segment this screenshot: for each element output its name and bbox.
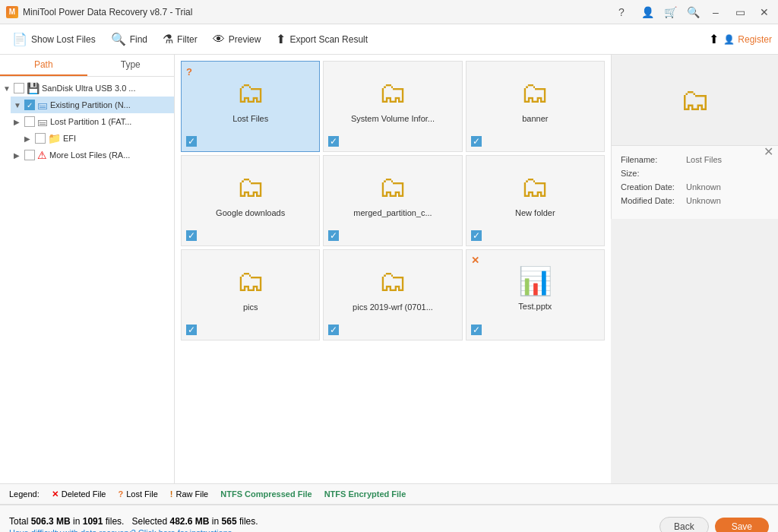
file-card-4[interactable]: 🗂 Google downloads ✓	[181, 155, 320, 246]
card-icon-area-5: 🗂	[378, 171, 407, 204]
main-content: Path Type ▼ 💾 SanDisk Ultra USB 3.0 ... …	[0, 55, 778, 483]
file-card-3[interactable]: 🗂 banner ✓	[466, 61, 605, 152]
export-icon: ⬆	[276, 32, 286, 46]
file-card-5[interactable]: 🗂 merged_partition_c... ✓	[323, 155, 462, 246]
card-icon-area-6: 🗂	[520, 171, 549, 204]
check-overlay-2[interactable]: ✓	[328, 136, 339, 147]
toolbar-left: 📄 Show Lost Files 🔍 Find ⚗ Filter 👁 Prev…	[6, 29, 374, 49]
close-preview-button[interactable]: ✕	[764, 144, 773, 159]
app-icon: M	[6, 6, 18, 18]
maximize-button[interactable]: ▭	[732, 5, 748, 20]
filename-row: Filename: Lost Files	[621, 155, 769, 164]
card-name-6: New folder	[515, 208, 555, 217]
card-check-2[interactable]: ✓	[328, 136, 339, 147]
card-name-5: merged_partition_c...	[353, 208, 432, 217]
size-label: Size:	[621, 169, 682, 178]
checkbox-efi[interactable]	[35, 133, 46, 144]
file-card-6[interactable]: 🗂 New folder ✓	[466, 155, 605, 246]
checkbox-morelost[interactable]	[24, 150, 35, 160]
file-card-1[interactable]: ? 🗂 Lost Files ✓	[181, 61, 320, 152]
save-button[interactable]: Save	[715, 518, 769, 533]
tree-label-lost1: Lost Partition 1 (FAT...	[50, 117, 131, 126]
preview-image-area: 🗂	[612, 55, 778, 146]
tree-item-morelost[interactable]: ▶ ⚠ More Lost Files (RA...	[11, 147, 174, 163]
check-overlay-8[interactable]: ✓	[328, 325, 339, 335]
card-check-9[interactable]: ✓	[471, 325, 482, 335]
card-name-7: pics	[243, 302, 258, 312]
legend-deleted-icon: ✕	[52, 489, 59, 499]
register-label: Register	[738, 34, 772, 45]
check-overlay-5[interactable]: ✓	[328, 230, 339, 241]
title-bar: M MiniTool Power Data Recovery v8.7 - Tr…	[0, 0, 778, 24]
lost-badge-1: ?	[186, 66, 192, 78]
check-overlay-9[interactable]: ✓	[471, 325, 482, 335]
close-button[interactable]: ✕	[757, 5, 772, 20]
card-check-5[interactable]: ✓	[328, 230, 339, 241]
filter-button[interactable]: ⚗ Filter	[157, 29, 204, 49]
legend-deleted: ✕ Deleted File	[52, 489, 106, 499]
modified-date-label: Modified Date:	[621, 196, 682, 205]
tab-type[interactable]: Type	[87, 55, 175, 76]
card-check-6[interactable]: ✓	[471, 230, 482, 241]
expand-icon-lost1: ▶	[14, 118, 24, 126]
share-icon[interactable]: ⬆	[709, 32, 719, 46]
drive-icon-existing: 🖴	[37, 99, 48, 111]
card-icon-area-3: 🗂	[520, 77, 549, 109]
card-name-2: System Volume Infor...	[351, 114, 435, 123]
file-card-7[interactable]: 🗂 pics ✓	[181, 249, 320, 340]
title-bar-icons: ? 👤 🛒 🔍	[618, 6, 699, 18]
user-icon[interactable]: 👤	[641, 6, 653, 18]
check-overlay-7[interactable]: ✓	[186, 325, 197, 335]
check-overlay-6[interactable]: ✓	[471, 230, 482, 241]
card-check-3[interactable]: ✓	[471, 136, 482, 147]
legend-lost-label: Lost File	[126, 489, 158, 499]
file-card-8[interactable]: 🗂 pics 2019-wrf (0701... ✓	[323, 249, 462, 340]
checkbox-lost1[interactable]	[24, 116, 35, 127]
card-check-7[interactable]: ✓	[186, 325, 197, 335]
size-row: Size:	[621, 169, 769, 178]
help-icon[interactable]: ?	[618, 6, 631, 18]
filter-label: Filter	[177, 34, 198, 45]
selected-files: 565	[222, 516, 237, 527]
tree-container: ▼ 💾 SanDisk Ultra USB 3.0 ... ▼ ✓ 🖴 Exis…	[0, 77, 174, 483]
tree-label-efi: EFI	[63, 134, 76, 143]
help-link[interactable]: Have difficulty with data recovery? Clic…	[9, 528, 258, 533]
center-panel: ? 🗂 Lost Files ✓ 🗂 System Volume Infor..…	[175, 55, 611, 483]
card-icon-area-8: 🗂	[378, 265, 407, 298]
tab-path[interactable]: Path	[0, 55, 87, 76]
card-check-1[interactable]: ✓	[186, 136, 197, 147]
right-panel: 🗂 Filename: Lost Files Size: Creation Da…	[611, 55, 778, 219]
tree-item-root[interactable]: ▼ 💾 SanDisk Ultra USB 3.0 ...	[0, 80, 174, 97]
cart-icon[interactable]: 🛒	[664, 6, 676, 18]
drive-icon-lost1: 🖴	[37, 116, 48, 128]
card-check-8[interactable]: ✓	[328, 325, 339, 335]
selected-size: 482.6 MB	[169, 516, 209, 527]
find-button[interactable]: 🔍 Find	[105, 29, 153, 49]
register-button[interactable]: 👤 Register	[723, 34, 772, 45]
minimize-button[interactable]: –	[708, 5, 723, 20]
file-card-9[interactable]: ✕ 📊 Test.pptx ✓	[466, 249, 605, 340]
preview-folder-icon: 🗂	[680, 83, 710, 117]
file-grid: ? 🗂 Lost Files ✓ 🗂 System Volume Infor..…	[178, 58, 608, 344]
check-overlay-1[interactable]: ✓	[186, 136, 197, 147]
tree-item-efi[interactable]: ▶ 📁 EFI	[21, 130, 174, 147]
export-scan-result-button[interactable]: ⬆ Export Scan Result	[270, 29, 374, 49]
tabs-header: Path Type	[0, 55, 174, 77]
expand-icon-existing: ▼	[14, 101, 24, 109]
modified-date-row: Modified Date: Unknown	[621, 196, 769, 205]
show-lost-files-button[interactable]: 📄 Show Lost Files	[6, 29, 102, 49]
check-overlay-3[interactable]: ✓	[471, 136, 482, 147]
checkbox-root[interactable]	[14, 83, 24, 93]
search-icon[interactable]: 🔍	[687, 6, 699, 18]
check-overlay-4[interactable]: ✓	[186, 230, 197, 241]
file-card-2[interactable]: 🗂 System Volume Infor... ✓	[323, 61, 462, 152]
preview-button[interactable]: 👁 Preview	[207, 30, 267, 49]
back-button[interactable]: Back	[659, 517, 709, 533]
folder-icon-8: 🗂	[378, 265, 407, 297]
folder-icon-7: 🗂	[236, 265, 265, 297]
checkbox-existing[interactable]: ✓	[24, 100, 35, 110]
tree-item-lost1[interactable]: ▶ 🖴 Lost Partition 1 (FAT...	[11, 113, 174, 130]
card-check-4[interactable]: ✓	[186, 230, 197, 241]
tree-item-existing[interactable]: ▼ ✓ 🖴 Existing Partition (N...	[11, 97, 174, 113]
app-title: MiniTool Power Data Recovery v8.7 - Tria…	[23, 7, 192, 17]
